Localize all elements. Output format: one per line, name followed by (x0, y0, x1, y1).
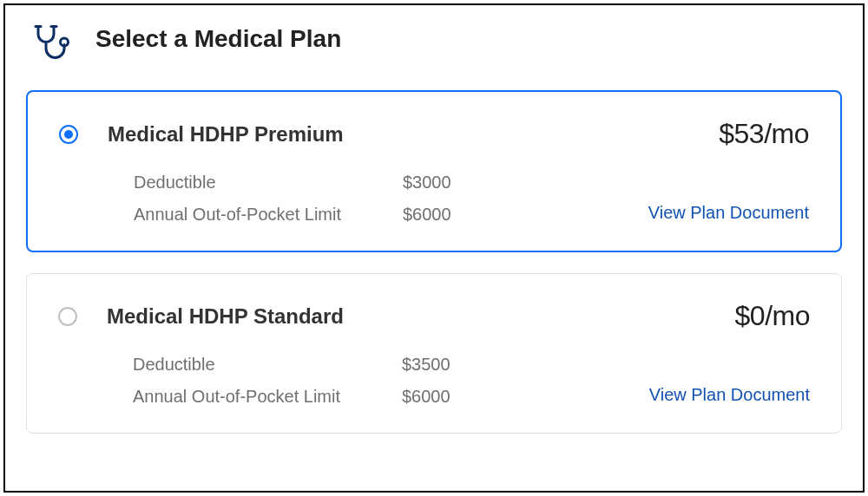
plan-name: Medical HDHP Standard (107, 304, 344, 329)
view-plan-document-link[interactable]: View Plan Document (648, 203, 809, 225)
page-header: Select a Medical Plan (26, 23, 842, 68)
detail-label: Annual Out-of-Pocket Limit (133, 387, 393, 407)
detail-label: Annual Out-of-Pocket Limit (134, 205, 394, 225)
page-title: Select a Medical Plan (95, 23, 341, 54)
plan-radio[interactable] (58, 307, 77, 326)
view-plan-document-link[interactable]: View Plan Document (649, 385, 810, 407)
stethoscope-icon (26, 23, 71, 68)
detail-value: $3000 (403, 173, 451, 193)
plan-price: $53/mo (719, 118, 809, 150)
plan-details: Deductible $3500 Annual Out-of-Pocket Li… (133, 355, 450, 407)
plan-details: Deductible $3000 Annual Out-of-Pocket Li… (134, 173, 451, 225)
detail-label: Deductible (133, 355, 393, 375)
detail-value: $6000 (402, 387, 450, 407)
plan-radio[interactable] (59, 125, 78, 144)
svg-point-0 (61, 38, 69, 46)
detail-label: Deductible (134, 173, 394, 193)
detail-value: $6000 (403, 205, 451, 225)
plan-card[interactable]: Medical HDHP Standard $0/mo Deductible $… (26, 273, 842, 434)
plan-price: $0/mo (735, 300, 810, 332)
plan-name: Medical HDHP Premium (108, 122, 344, 147)
detail-value: $3500 (402, 355, 450, 375)
plan-card[interactable]: Medical HDHP Premium $53/mo Deductible $… (26, 90, 842, 252)
